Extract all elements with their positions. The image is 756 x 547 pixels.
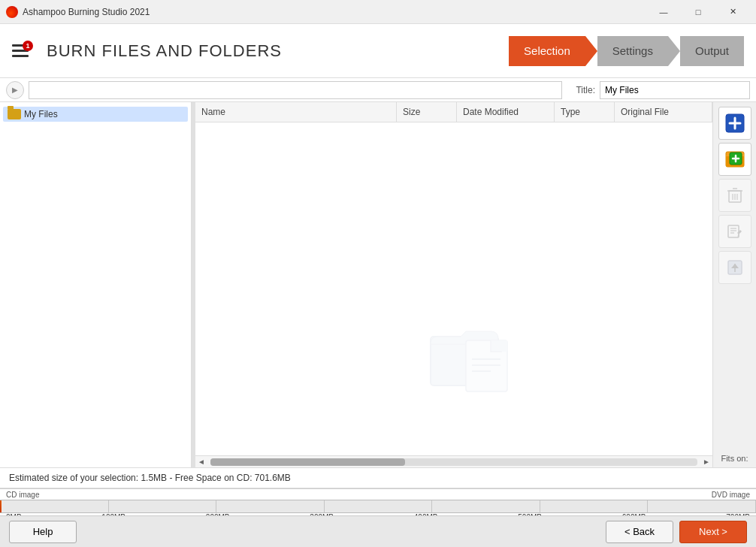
help-button[interactable]: Help	[9, 521, 77, 543]
filelist-body[interactable]	[195, 122, 712, 455]
filelist-header: Name Size Date Modified Type Original Fi…	[195, 102, 712, 122]
main-content: My Files Name Size Date Modified Type Or…	[0, 102, 756, 467]
col-header-original[interactable]: Original File	[615, 102, 712, 122]
rename-button[interactable]	[718, 215, 751, 248]
status-text: Estimated size of your selection: 1.5MB …	[9, 473, 291, 483]
bottombar: Help < Back Next >	[0, 515, 756, 547]
col-header-date[interactable]: Date Modified	[457, 102, 555, 122]
col-header-type[interactable]: Type	[555, 102, 615, 122]
fits-on-label: Fits on:	[721, 454, 748, 463]
scroll-track[interactable]	[210, 458, 697, 466]
step-navigation: Selection Settings Output	[509, 36, 744, 66]
tree-item-label: My Files	[24, 109, 58, 119]
step-output[interactable]: Output	[680, 36, 744, 66]
maximize-button[interactable]: □	[681, 0, 715, 24]
window-controls: — □ ✕	[646, 0, 750, 24]
folder-tree: My Files	[0, 102, 192, 467]
title-input[interactable]	[600, 81, 750, 99]
nav-back-button[interactable]: ▶	[6, 81, 24, 99]
step-settings[interactable]: Settings	[597, 36, 668, 66]
menu-button[interactable]: 1	[12, 44, 29, 57]
col-header-size[interactable]: Size	[397, 102, 457, 122]
statusbar: Estimated size of your selection: 1.5MB …	[0, 467, 756, 488]
path-input[interactable]	[29, 81, 562, 99]
dvd-label: DVD image	[712, 491, 750, 499]
close-button[interactable]: ✕	[715, 0, 750, 24]
app-title: Ashampoo Burning Studio 2021	[23, 7, 646, 17]
tick-marks	[0, 500, 756, 512]
svg-rect-18	[728, 225, 739, 237]
scroll-thumb[interactable]	[210, 458, 405, 466]
tree-inner: My Files	[0, 102, 191, 467]
back-button[interactable]: < Back	[606, 521, 673, 543]
titlebar: Ashampoo Burning Studio 2021 — □ ✕	[0, 0, 756, 24]
app-icon	[6, 6, 18, 18]
move-button[interactable]	[718, 251, 751, 284]
tree-item-myfiles[interactable]: My Files	[3, 107, 188, 122]
folder-icon	[8, 109, 21, 119]
sidebar-actions: Fits on:	[712, 102, 756, 467]
step-arrow-2	[668, 36, 680, 66]
capacity-bar: CD image DVD image 0MB 100MB 200MB 300MB…	[0, 488, 756, 515]
scroll-right-arrow[interactable]: ►	[700, 456, 712, 468]
filelist-scrollbar[interactable]: ◄ ►	[195, 455, 712, 467]
page-title: BURN FILES AND FOLDERS	[47, 41, 497, 61]
title-label: Title:	[576, 85, 595, 95]
add-folder-button[interactable]	[718, 143, 751, 176]
step-selection[interactable]: Selection	[509, 36, 585, 66]
minimize-button[interactable]: —	[646, 0, 681, 24]
scroll-left-arrow[interactable]: ◄	[195, 456, 207, 468]
add-files-button[interactable]	[718, 107, 751, 140]
header: 1 BURN FILES AND FOLDERS Selection Setti…	[0, 24, 756, 78]
capacity-labels-row: CD image DVD image	[0, 491, 756, 500]
pathbar: ▶ Title:	[0, 78, 756, 102]
next-button[interactable]: Next >	[679, 521, 747, 543]
col-header-name[interactable]: Name	[195, 102, 397, 122]
file-list: Name Size Date Modified Type Original Fi…	[195, 102, 712, 467]
menu-badge: 1	[23, 41, 33, 51]
empty-placeholder	[427, 318, 517, 395]
cd-label: CD image	[6, 491, 39, 499]
capacity-bar-container	[0, 500, 756, 513]
delete-button[interactable]	[718, 179, 751, 212]
step-arrow-1	[585, 36, 597, 66]
